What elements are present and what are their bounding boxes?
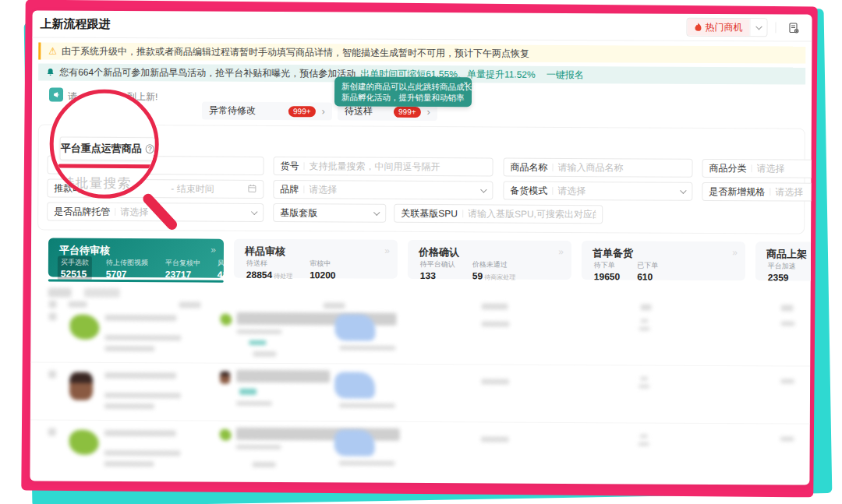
count-badge: 999+ <box>288 106 316 117</box>
calendar-icon <box>247 183 256 195</box>
page-title: 上新流程跟进 <box>40 16 110 31</box>
app-window: 上新流程跟进 热门商机 ⚠ 由于系统升级中，推款或者商品编辑过程请暂时手动填写商… <box>30 10 812 485</box>
header-actions: 热门商机 <box>686 18 802 37</box>
warning-triangle-icon: ⚠ <box>48 46 57 55</box>
growth-tooltip: 新创建的商品可以点此跳转商品成长页报名 新品孵化活动，提升销量和动销率 × <box>334 76 472 107</box>
table-filter-control-blurred[interactable] <box>48 287 72 297</box>
stat: 待平台确认133 <box>417 258 458 283</box>
table-row <box>30 305 810 366</box>
flame-icon <box>694 23 702 32</box>
base-product-image-link[interactable] <box>334 429 375 456</box>
chevron-down-icon <box>480 186 486 192</box>
warning-text: 由于系统升级中，推款或者商品编辑过程请暂时手动填写商品详情，智能描述生成暂时不可… <box>62 44 529 60</box>
double-chevron-icon: » <box>210 245 214 256</box>
chip-abnormal-pending[interactable]: 异常待修改 999+ › <box>202 102 332 121</box>
magnifier-overlay: 平台重点运营商品 ? 持批量搜索， <box>49 90 159 199</box>
product-thumbnail-small <box>220 314 232 326</box>
new-spec-select[interactable]: 是否新增规格 请选择 <box>702 182 812 202</box>
report-settings-icon[interactable] <box>784 18 802 37</box>
stock-mode-select[interactable]: 备货模式 请选择 <box>503 182 692 201</box>
chevron-down-icon <box>373 209 380 215</box>
hot-opportunities-button[interactable]: 热门商机 <box>686 18 767 37</box>
brand-select[interactable]: 品牌 请选择 <box>273 180 493 199</box>
base-template-select[interactable]: 基版套版 <box>273 203 386 223</box>
tooltip-line2: 新品孵化活动，提升销量和动销率 <box>341 91 461 103</box>
stage-card-first-stock[interactable]: 首单备货 » 待下单19650 已下单610 <box>582 241 745 280</box>
stat: 平台复核中23717 <box>162 256 203 281</box>
promo-text: 您有664个新品可参加新品早鸟活动，抢平台补贴和曝光，预估参加活动 <box>59 65 356 80</box>
product-thumbnail-green <box>69 430 99 455</box>
table-row <box>30 362 810 424</box>
row-checkbox[interactable] <box>48 428 56 435</box>
table-filter-control-blurred[interactable] <box>84 288 120 298</box>
stat: 待上传图视频5707 <box>103 256 151 281</box>
table-row <box>30 420 809 481</box>
system-warning-banner: ⚠ 由于系统升级中，推款或者商品编辑过程请暂时手动填写商品详情，智能描述生成暂时… <box>38 42 805 63</box>
product-thumbnail-small <box>220 372 230 384</box>
product-thumbnail-brown <box>69 372 93 400</box>
stat: 买手选款52515 <box>58 256 92 281</box>
selected-stage-indicator <box>48 279 224 282</box>
product-category-field[interactable]: 商品分类 请选择 <box>702 159 812 178</box>
close-icon[interactable]: × <box>463 79 468 87</box>
chip-label: 异常待修改 <box>209 104 256 118</box>
row-checkbox[interactable] <box>49 313 57 321</box>
header-divider <box>32 37 812 41</box>
double-chevron-icon: » <box>384 245 388 256</box>
screenshot-canvas: 上新流程跟进 热门商机 ⚠ 由于系统升级中，推款或者商品编辑过程请暂时手动填写商… <box>0 0 842 504</box>
signup-link[interactable]: 一键报名 <box>547 68 584 81</box>
product-thumbnail-green <box>69 315 99 340</box>
stat: 待下单19650 <box>591 259 624 284</box>
product-thumbnail-small <box>220 429 232 441</box>
hot-button-label: 热门商机 <box>705 20 742 33</box>
stage-card-platform-review[interactable]: 平台待审核 » 买手选款52515 待上传图视频5707 平台复核中23717 … <box>48 238 224 277</box>
row-checkbox[interactable] <box>48 371 56 379</box>
divider <box>775 22 776 33</box>
tab-platform-key-products[interactable]: 平台重点运营商品 ? <box>60 137 155 161</box>
arrow-right-icon: › <box>322 105 325 117</box>
stage-card-listed[interactable]: 商品上架 平台加速2359 待上架2830 <box>755 241 812 281</box>
stage-card-price-confirm[interactable]: 价格确认 » 待平台确认133 价格未通过59待商家处理 <box>408 240 571 280</box>
bell-icon <box>46 67 55 76</box>
help-icon: ? <box>146 144 154 153</box>
stage-card-sample-review[interactable]: 样品审核 » 待送样28854待处理 审核中10200 <box>234 239 398 279</box>
double-chevron-icon: » <box>558 246 562 257</box>
active-tab-underline <box>58 164 157 169</box>
product-name-field[interactable]: 商品名称 请输入商品名称 <box>503 158 692 178</box>
base-product-image-link[interactable] <box>334 372 375 398</box>
stat: 价格未通过59待商家处理 <box>469 258 519 283</box>
linked-spu-field[interactable]: 关联基版SPU 请输入基版SPU,可搜索出对应的套版款商品 <box>394 204 603 224</box>
item-number-field[interactable]: 货号 支持批量搜索，中间用逗号隔开 <box>273 157 493 176</box>
stat: 待送样28854待处理 <box>243 257 296 282</box>
chip-label: 待送样 <box>345 104 373 118</box>
stat: 平台加速2359 <box>765 259 799 284</box>
stat: 已下单610 <box>634 259 661 284</box>
chevron-down-icon <box>251 208 257 214</box>
megaphone-icon <box>49 87 63 101</box>
arrow-right-icon: › <box>427 106 430 118</box>
tooltip-line1: 新创建的商品可以点此跳转商品成长页报名 <box>341 80 461 92</box>
stat: 审核中10200 <box>306 257 339 282</box>
chevron-down-icon <box>680 187 686 193</box>
double-chevron-icon: » <box>732 247 736 258</box>
count-badge: 999+ <box>394 106 421 117</box>
base-product-image-link[interactable] <box>334 314 375 340</box>
chevron-down-icon <box>755 23 762 30</box>
